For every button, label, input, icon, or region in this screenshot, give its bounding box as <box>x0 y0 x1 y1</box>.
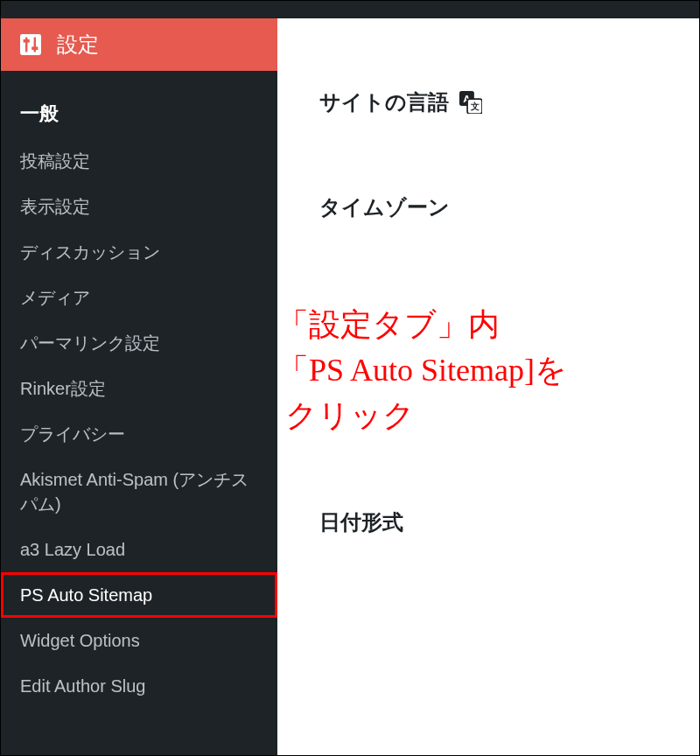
site-language-label: サイトの言語 <box>319 88 449 116</box>
sidebar-item-discussion[interactable]: ディスカッション <box>1 229 277 275</box>
sidebar-item-general[interactable]: 一般 <box>1 90 277 138</box>
sidebar-item-a3-lazy-load[interactable]: a3 Lazy Load <box>1 527 277 572</box>
annotation-text: 「設定タブ」内 「PS Auto Sitemap]を クリック <box>277 307 567 433</box>
sidebar-item-permalink[interactable]: パーマリンク設定 <box>1 320 277 366</box>
sidebar-item-reading[interactable]: 表示設定 <box>1 184 277 229</box>
instruction-annotation: 「設定タブ」内 「PS Auto Sitemap]を クリック <box>277 302 567 439</box>
svg-text:文: 文 <box>470 102 480 111</box>
main-content: サイトの言語 A 文 タイムゾーン 日付形式 「設定タブ」内 「PS Auto … <box>277 18 699 755</box>
sidebar-item-rinker[interactable]: Rinker設定 <box>1 366 277 411</box>
field-timezone: タイムゾーン <box>319 193 450 221</box>
translate-icon: A 文 <box>459 91 482 114</box>
sidebar-item-privacy[interactable]: プライバシー <box>1 411 277 457</box>
settings-menu-label: 設定 <box>57 31 99 59</box>
sidebar-item-edit-author-slug[interactable]: Edit Author Slug <box>1 663 277 709</box>
sidebar-item-writing[interactable]: 投稿設定 <box>1 138 277 184</box>
svg-rect-4 <box>32 46 38 50</box>
sidebar-item-widget-options[interactable]: Widget Options <box>1 618 277 663</box>
field-date-format: 日付形式 <box>319 508 403 536</box>
settings-submenu: 一般 投稿設定 表示設定 ディスカッション メディア パーマリンク設定 Rink… <box>1 71 277 718</box>
timezone-label: タイムゾーン <box>319 193 450 221</box>
field-site-language: サイトの言語 A 文 <box>319 88 482 116</box>
svg-rect-0 <box>20 34 41 55</box>
svg-rect-3 <box>24 39 30 43</box>
settings-sidebar: 設定 一般 投稿設定 表示設定 ディスカッション メディア パーマリンク設定 R… <box>1 18 277 755</box>
sidebar-item-akismet[interactable]: Akismet Anti-Spam (アンチスパム) <box>1 457 277 527</box>
date-format-label: 日付形式 <box>319 508 403 536</box>
sidebar-item-ps-auto-sitemap[interactable]: PS Auto Sitemap <box>1 572 277 618</box>
sidebar-item-media[interactable]: メディア <box>1 275 277 320</box>
sliders-icon <box>20 34 41 55</box>
settings-menu-header[interactable]: 設定 <box>1 18 277 71</box>
admin-topbar <box>1 1 699 18</box>
